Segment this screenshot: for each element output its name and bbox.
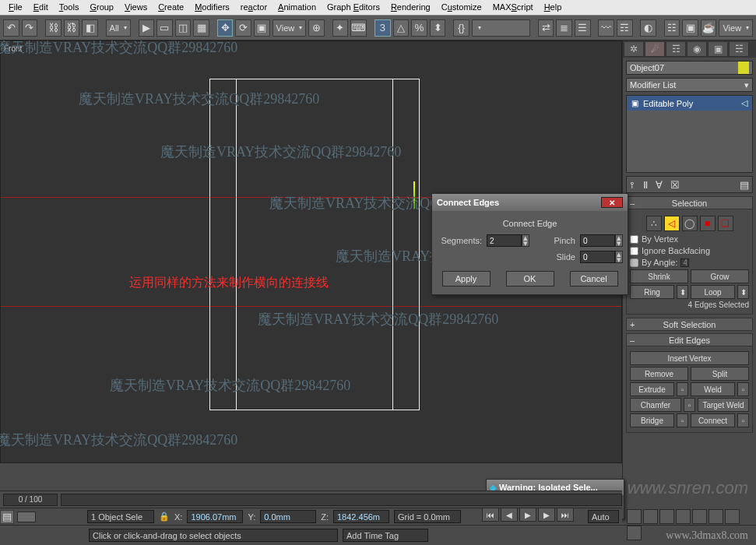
timetag-box[interactable]: Add Time Tag bbox=[343, 529, 428, 542]
ok-button[interactable]: OK bbox=[506, 271, 554, 287]
zoom-all-button[interactable] bbox=[643, 509, 658, 524]
selection-filter-dropdown[interactable]: All bbox=[106, 19, 131, 37]
roll-softsel-head[interactable]: +Soft Selection bbox=[626, 318, 753, 331]
next-frame-button[interactable]: ▶ bbox=[538, 508, 555, 522]
play-button[interactable]: ▶ bbox=[519, 508, 536, 522]
window-crossing-button[interactable]: ▦ bbox=[193, 19, 209, 37]
mirror-button[interactable]: ⇄ bbox=[538, 19, 554, 37]
modifier-stack[interactable]: Editable Poly bbox=[626, 95, 753, 173]
tab-utilities[interactable]: ☵ bbox=[729, 41, 749, 57]
chamfer-settings-button[interactable]: ▫ bbox=[684, 398, 695, 412]
time-slider[interactable]: 0 / 100 bbox=[3, 494, 58, 506]
select-name-button[interactable]: ▭ bbox=[156, 19, 173, 37]
bind-button[interactable]: ◧ bbox=[82, 19, 98, 37]
time-ruler[interactable] bbox=[61, 494, 622, 506]
segments-input[interactable] bbox=[487, 234, 522, 247]
select-region-button[interactable]: ◫ bbox=[175, 19, 192, 37]
targetweld-button[interactable]: Target Weld bbox=[698, 398, 749, 412]
arc-rotate-button[interactable] bbox=[725, 509, 740, 524]
menu-modifiers[interactable]: Modifiers bbox=[190, 2, 234, 13]
lock-icon[interactable]: 🔒 bbox=[159, 512, 170, 522]
ring-button[interactable]: Ring bbox=[630, 285, 674, 299]
menu-tools[interactable]: Tools bbox=[55, 2, 84, 13]
slide-spinner[interactable]: ▴▾ bbox=[615, 251, 623, 263]
maximize-button[interactable] bbox=[627, 526, 642, 540]
link-button[interactable]: ⛓ bbox=[45, 19, 62, 37]
pan-button[interactable] bbox=[709, 509, 723, 524]
menu-grapheditors[interactable]: Graph Editors bbox=[322, 2, 385, 13]
spinner-snap-button[interactable]: ⬍ bbox=[430, 19, 446, 37]
pivot-button[interactable]: ⊕ bbox=[308, 19, 325, 37]
curve-editor-button[interactable]: 〰 bbox=[598, 19, 614, 37]
trackbar-scroll-thumb[interactable] bbox=[17, 512, 36, 522]
scene-object[interactable] bbox=[209, 79, 420, 410]
bridge-settings-button[interactable]: ▫ bbox=[677, 413, 688, 427]
y-input[interactable]: 0.0mm bbox=[260, 510, 316, 523]
zoom-ext-button[interactable] bbox=[659, 509, 674, 524]
weld-button[interactable]: Weld bbox=[691, 382, 735, 396]
goto-start-button[interactable]: ⏮ bbox=[482, 508, 499, 522]
percent-snap-button[interactable]: % bbox=[411, 19, 427, 37]
material-editor-button[interactable]: ◐ bbox=[640, 19, 656, 37]
tab-modify[interactable]: ☄ bbox=[645, 41, 665, 57]
menu-file[interactable]: File bbox=[4, 2, 27, 13]
subobj-edge[interactable]: ◁ bbox=[664, 216, 680, 231]
roll-editedges-head[interactable]: –Edit Edges bbox=[626, 333, 753, 346]
loop-spinner[interactable]: ⬍ bbox=[737, 285, 749, 299]
menu-group[interactable]: Group bbox=[85, 2, 118, 13]
insert-vertex-button[interactable]: Insert Vertex bbox=[630, 351, 749, 365]
shrink-button[interactable]: Shrink bbox=[630, 269, 688, 283]
render-setup-button[interactable]: ☷ bbox=[664, 19, 680, 37]
named-sets-button[interactable]: {} bbox=[453, 19, 469, 37]
x-input[interactable]: 1906.07mm bbox=[187, 510, 243, 523]
subobj-border[interactable]: ◯ bbox=[682, 216, 698, 231]
goto-end-button[interactable]: ⏭ bbox=[557, 508, 574, 522]
connect-settings-button[interactable]: ▫ bbox=[737, 413, 749, 427]
grow-button[interactable]: Grow bbox=[691, 269, 749, 283]
angle-snap-button[interactable]: △ bbox=[393, 19, 410, 37]
named-sets-dropdown[interactable] bbox=[472, 19, 530, 37]
subobj-vertex[interactable]: ∴ bbox=[646, 216, 662, 231]
ring-spinner[interactable]: ⬍ bbox=[677, 285, 688, 299]
remove-mod-icon[interactable]: ☒ bbox=[670, 179, 680, 191]
manipulate-button[interactable]: ✦ bbox=[332, 19, 349, 37]
render-preset-dropdown[interactable]: View bbox=[719, 19, 753, 37]
snap-button[interactable]: 3 bbox=[374, 19, 391, 37]
z-input[interactable]: 1842.456m bbox=[333, 510, 389, 523]
dialog-title-bar[interactable]: Connect Edges ✕ bbox=[432, 194, 628, 211]
bridge-button[interactable]: Bridge bbox=[630, 413, 674, 427]
segments-spinner[interactable]: ▴▾ bbox=[522, 234, 529, 247]
menu-help[interactable]: Help bbox=[540, 2, 567, 13]
roll-selection-head[interactable]: –Selection bbox=[626, 196, 753, 209]
redo-button[interactable]: ↷ bbox=[22, 19, 38, 37]
pinch-input[interactable] bbox=[580, 234, 615, 247]
modifier-list-dropdown[interactable]: Modifier List bbox=[626, 78, 753, 92]
remove-button[interactable]: Remove bbox=[630, 367, 688, 381]
fov-button[interactable] bbox=[692, 509, 707, 524]
rotate-button[interactable]: ⟳ bbox=[235, 19, 251, 37]
unlink-button[interactable]: ⛓̸ bbox=[64, 19, 80, 37]
quick-render-button[interactable]: ☕ bbox=[701, 19, 717, 37]
layers-button[interactable]: ☰ bbox=[575, 19, 591, 37]
subobj-polygon[interactable]: ■ bbox=[700, 216, 716, 231]
object-name-field[interactable]: Object07 bbox=[626, 61, 753, 75]
split-button[interactable]: Split bbox=[691, 367, 749, 381]
cancel-button[interactable]: Cancel bbox=[570, 271, 618, 287]
extrude-settings-button[interactable]: ▫ bbox=[677, 382, 688, 396]
subobj-element[interactable]: ❏ bbox=[718, 216, 733, 231]
schematic-button[interactable]: ☶ bbox=[617, 19, 633, 37]
tab-create[interactable]: ✲ bbox=[624, 41, 644, 57]
mod-editable-poly[interactable]: Editable Poly bbox=[627, 96, 752, 111]
chamfer-button[interactable]: Chamfer bbox=[630, 398, 681, 412]
tab-hierarchy[interactable]: ☶ bbox=[666, 41, 686, 57]
menu-customize[interactable]: Customize bbox=[437, 2, 487, 13]
menu-views[interactable]: Views bbox=[120, 2, 152, 13]
weld-settings-button[interactable]: ▫ bbox=[737, 382, 749, 396]
undo-button[interactable]: ↶ bbox=[3, 19, 19, 37]
scale-button[interactable]: ▣ bbox=[254, 19, 270, 37]
loop-button[interactable]: Loop bbox=[691, 285, 735, 299]
menu-create[interactable]: Create bbox=[153, 2, 188, 13]
refcoord-dropdown[interactable]: View bbox=[273, 19, 307, 37]
chk-byangle[interactable] bbox=[630, 258, 638, 267]
tab-motion[interactable]: ◉ bbox=[687, 41, 707, 57]
